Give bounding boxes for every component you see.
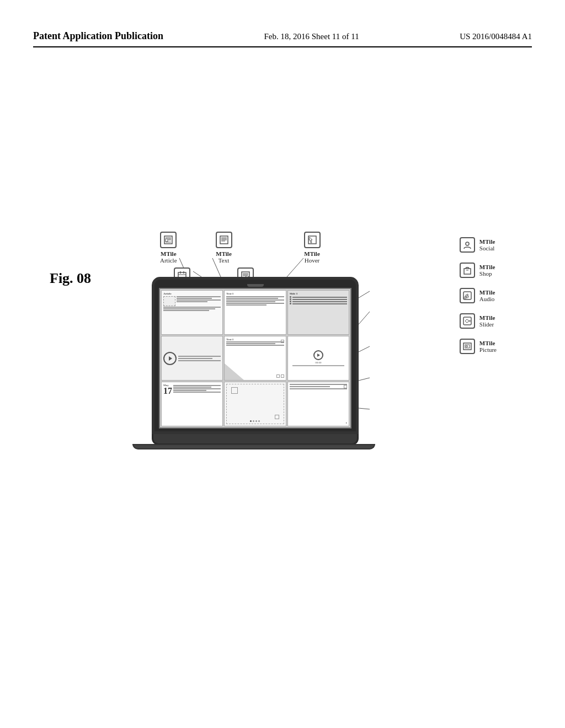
label-article: MTile Article bbox=[160, 232, 177, 264]
label-social: MTile Social bbox=[460, 237, 497, 253]
side-labels: MTile Social MTile Shop MTile Audio bbox=[460, 232, 497, 354]
publication-title: Patent Application Publication bbox=[33, 30, 163, 42]
text-icon bbox=[216, 232, 232, 248]
svg-point-42 bbox=[466, 346, 467, 347]
camera-notch bbox=[247, 284, 264, 287]
label-picture: MTile Picture bbox=[460, 339, 497, 354]
social-icon bbox=[460, 237, 475, 253]
laptop-container: Article bbox=[152, 277, 359, 448]
page-header: Patent Application Publication Feb. 18, … bbox=[33, 30, 532, 47]
svg-point-33 bbox=[466, 242, 469, 245]
audio-label: MTile Audio bbox=[479, 289, 495, 302]
picture-icon bbox=[460, 339, 475, 354]
label-slider: MTile Slider bbox=[460, 313, 497, 329]
tile-text2: Text 1 bbox=[224, 336, 286, 381]
picture-label: MTile Picture bbox=[479, 340, 497, 353]
top-labels: MTile Article MTile Text MTile Hover bbox=[160, 232, 321, 264]
tile-calendar: May 17 bbox=[161, 382, 223, 426]
slider-label: MTile Slider bbox=[479, 314, 495, 328]
article-label-text: MTile Article bbox=[160, 250, 177, 264]
article-icon bbox=[160, 232, 177, 248]
shop-label: MTile Shop bbox=[479, 264, 495, 277]
text-label-text: MTile Text bbox=[216, 250, 232, 264]
screen-content: Article bbox=[159, 288, 351, 429]
svg-line-7 bbox=[359, 346, 370, 352]
tile-slider: ● bbox=[287, 382, 349, 426]
shop-icon bbox=[460, 263, 475, 278]
social-label: MTile Social bbox=[479, 238, 495, 251]
publication-number: US 2016/0048484 A1 bbox=[460, 32, 532, 41]
label-text: MTile Text bbox=[216, 232, 232, 264]
tile-hover: Slide 3 bbox=[287, 290, 349, 335]
tile-grid: Article bbox=[160, 289, 350, 427]
svg-line-6 bbox=[359, 312, 370, 324]
tile-text1: Text 1 bbox=[224, 290, 286, 335]
diagram-area: MTile Article MTile Text MTile Hover bbox=[77, 232, 497, 518]
laptop-foot bbox=[132, 444, 375, 449]
label-shop: MTile Shop bbox=[460, 263, 497, 278]
audio-icon bbox=[460, 288, 475, 303]
label-hover: MTile Hover bbox=[304, 232, 321, 264]
slider-icon bbox=[460, 313, 475, 329]
hover-icon bbox=[304, 232, 321, 248]
svg-rect-12 bbox=[166, 239, 168, 242]
svg-line-9 bbox=[359, 408, 370, 409]
tile-article: Article bbox=[161, 290, 223, 335]
publication-date-sheet: Feb. 18, 2016 Sheet 11 of 11 bbox=[264, 32, 359, 41]
tile-audio: 00:00 bbox=[287, 336, 349, 381]
svg-line-8 bbox=[359, 378, 370, 381]
svg-line-5 bbox=[359, 291, 370, 298]
hover-label-text: MTile Hover bbox=[304, 250, 320, 264]
label-audio: MTile Audio bbox=[460, 288, 497, 303]
tile-picture bbox=[224, 382, 286, 426]
laptop-base bbox=[152, 434, 359, 445]
svg-rect-34 bbox=[464, 269, 471, 274]
tile-video-play bbox=[161, 336, 223, 381]
laptop-bezel: Article bbox=[152, 277, 359, 434]
